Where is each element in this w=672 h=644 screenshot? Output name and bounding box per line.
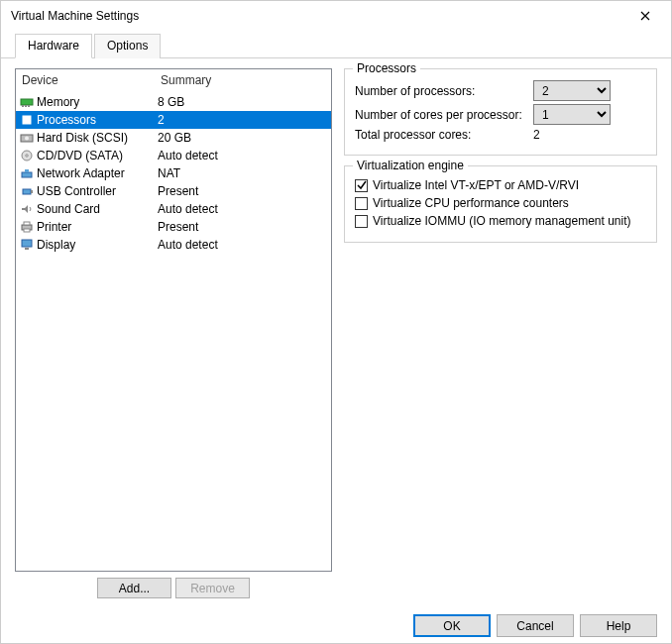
svg-point-9 bbox=[26, 155, 28, 157]
sound-icon bbox=[19, 202, 35, 216]
tab-options[interactable]: Options bbox=[94, 34, 161, 58]
processors-group: Processors Number of processors: 2 Numbe… bbox=[344, 68, 657, 156]
device-summary: NAT bbox=[158, 166, 328, 180]
svg-rect-11 bbox=[25, 169, 29, 172]
device-name: Processors bbox=[37, 113, 158, 127]
device-summary: Auto detect bbox=[158, 149, 328, 162]
device-name: Hard Disk (SCSI) bbox=[37, 131, 158, 145]
device-name: USB Controller bbox=[37, 184, 158, 198]
tab-bar: Hardware Options bbox=[1, 33, 671, 58]
device-summary: 2 bbox=[158, 113, 328, 127]
virtualization-group-title: Virtualization engine bbox=[353, 159, 468, 172]
cancel-button[interactable]: Cancel bbox=[497, 614, 574, 637]
usb-icon bbox=[19, 184, 35, 198]
virtualize-vtx-label: Virtualize Intel VT-x/EPT or AMD-V/RVI bbox=[373, 178, 579, 192]
svg-rect-5 bbox=[25, 118, 29, 122]
num-processors-select[interactable]: 2 bbox=[533, 80, 611, 101]
device-column-header: Device bbox=[22, 73, 161, 87]
svg-rect-12 bbox=[23, 189, 31, 194]
printer-icon bbox=[19, 220, 35, 234]
virtualization-group: Virtualization engine Virtualize Intel V… bbox=[344, 165, 657, 243]
hardware-pane: Device Summary Memory8 GBProcessors2Hard… bbox=[15, 68, 332, 598]
help-button[interactable]: Help bbox=[580, 614, 657, 637]
num-processors-label: Number of processors: bbox=[355, 84, 533, 98]
close-button[interactable] bbox=[622, 2, 667, 30]
processors-group-title: Processors bbox=[353, 61, 420, 75]
device-summary: 20 GB bbox=[158, 131, 328, 145]
device-row[interactable]: USB ControllerPresent bbox=[16, 182, 331, 200]
close-icon bbox=[640, 11, 650, 21]
device-summary: 8 GB bbox=[158, 95, 328, 109]
add-button[interactable]: Add... bbox=[97, 578, 171, 598]
device-row[interactable]: Processors2 bbox=[16, 111, 331, 129]
remove-button: Remove bbox=[175, 578, 250, 598]
cpu-icon bbox=[19, 113, 35, 127]
summary-column-header: Summary bbox=[161, 73, 211, 87]
device-row[interactable]: DisplayAuto detect bbox=[16, 236, 331, 254]
device-summary: Present bbox=[158, 184, 328, 198]
device-summary: Present bbox=[158, 220, 328, 234]
cores-per-processor-select[interactable]: 1 bbox=[533, 104, 611, 125]
svg-rect-2 bbox=[25, 105, 27, 107]
device-row[interactable]: Memory8 GB bbox=[16, 93, 331, 111]
tab-hardware[interactable]: Hardware bbox=[15, 34, 92, 58]
svg-rect-15 bbox=[24, 222, 30, 225]
device-name: CD/DVD (SATA) bbox=[37, 149, 158, 162]
device-name: Display bbox=[37, 238, 158, 252]
net-icon bbox=[19, 166, 35, 180]
device-name: Network Adapter bbox=[37, 166, 158, 180]
device-row[interactable]: PrinterPresent bbox=[16, 218, 331, 236]
cd-icon bbox=[19, 149, 35, 162]
hdd-icon bbox=[19, 131, 35, 145]
device-name: Printer bbox=[37, 220, 158, 234]
svg-rect-18 bbox=[25, 248, 29, 250]
window-title: Virtual Machine Settings bbox=[11, 9, 139, 23]
virtualize-perf-label: Virtualize CPU performance counters bbox=[373, 196, 569, 210]
device-row[interactable]: CD/DVD (SATA)Auto detect bbox=[16, 147, 331, 164]
svg-rect-3 bbox=[28, 105, 30, 107]
device-list-header: Device Summary bbox=[16, 69, 331, 93]
content-area: Device Summary Memory8 GBProcessors2Hard… bbox=[1, 58, 671, 606]
device-row[interactable]: Sound CardAuto detect bbox=[16, 200, 331, 218]
virtualize-vtx-checkbox[interactable] bbox=[355, 179, 368, 192]
memory-icon bbox=[19, 95, 35, 109]
ok-button[interactable]: OK bbox=[413, 614, 491, 637]
device-buttons: Add... Remove bbox=[15, 578, 332, 598]
display-icon bbox=[19, 238, 35, 252]
total-cores-value: 2 bbox=[533, 128, 540, 142]
svg-rect-0 bbox=[21, 99, 33, 105]
svg-rect-16 bbox=[24, 229, 30, 232]
cores-per-processor-label: Number of cores per processor: bbox=[355, 108, 533, 122]
virtualize-iommu-label: Virtualize IOMMU (IO memory management u… bbox=[373, 214, 631, 228]
device-row[interactable]: Network AdapterNAT bbox=[16, 164, 331, 182]
svg-rect-17 bbox=[22, 240, 32, 247]
virtualize-iommu-checkbox[interactable] bbox=[355, 215, 368, 228]
total-cores-label: Total processor cores: bbox=[355, 128, 533, 142]
svg-point-7 bbox=[25, 137, 29, 141]
device-list[interactable]: Device Summary Memory8 GBProcessors2Hard… bbox=[15, 68, 332, 572]
settings-pane: Processors Number of processors: 2 Numbe… bbox=[344, 68, 657, 598]
svg-rect-1 bbox=[22, 105, 24, 107]
svg-rect-13 bbox=[31, 190, 33, 193]
device-summary: Auto detect bbox=[158, 202, 328, 216]
svg-rect-10 bbox=[22, 172, 32, 177]
device-row[interactable]: Hard Disk (SCSI)20 GB bbox=[16, 129, 331, 147]
dialog-footer: OK Cancel Help bbox=[1, 606, 671, 644]
device-name: Sound Card bbox=[37, 202, 158, 216]
device-name: Memory bbox=[37, 95, 158, 109]
titlebar: Virtual Machine Settings bbox=[1, 1, 671, 31]
virtualize-perf-checkbox[interactable] bbox=[355, 197, 368, 210]
device-summary: Auto detect bbox=[158, 238, 328, 252]
